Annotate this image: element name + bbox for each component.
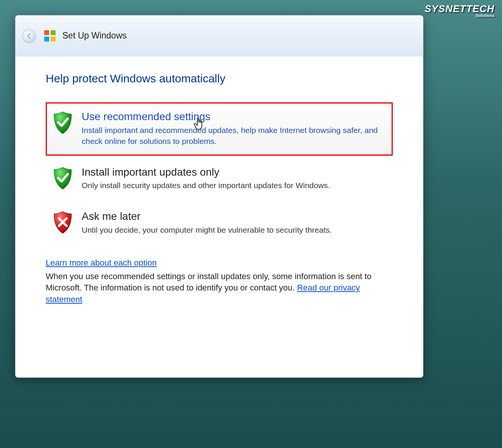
option-title: Ask me later [82, 210, 386, 223]
option-desc: Until you decide, your computer might be… [82, 225, 386, 236]
shield-x-icon [52, 211, 73, 234]
content-area: Help protect Windows automatically [15, 56, 423, 313]
shield-check-icon [52, 167, 73, 190]
back-button[interactable] [22, 29, 36, 43]
option-title: Install important updates only [82, 166, 386, 179]
windows-logo-icon [44, 30, 56, 42]
footer-text: When you use recommended settings or ins… [46, 271, 393, 306]
back-arrow-icon [26, 32, 33, 39]
learn-more-link[interactable]: Learn more about each option [46, 258, 157, 268]
option-desc: Install important and recommended update… [82, 125, 386, 147]
option-title: Use recommended settings [82, 110, 386, 123]
shield-check-icon [52, 111, 73, 134]
option-ask-later[interactable]: Ask me later Until you decide, your comp… [46, 202, 393, 244]
watermark-main: SYSNETTECH [425, 3, 494, 14]
option-recommended[interactable]: Use recommended settings Install importa… [46, 102, 393, 156]
titlebar: Set Up Windows [15, 15, 423, 56]
option-important-only[interactable]: Install important updates only Only inst… [46, 158, 393, 200]
titlebar-text: Set Up Windows [62, 31, 127, 41]
watermark-logo: SYSNETTECH Solutions [425, 3, 494, 18]
option-desc: Only install security updates and other … [82, 180, 386, 191]
setup-window: Set Up Windows Help protect Windows auto… [15, 15, 423, 378]
page-title: Help protect Windows automatically [46, 72, 393, 85]
footer-block: Learn more about each option When you us… [46, 258, 393, 306]
